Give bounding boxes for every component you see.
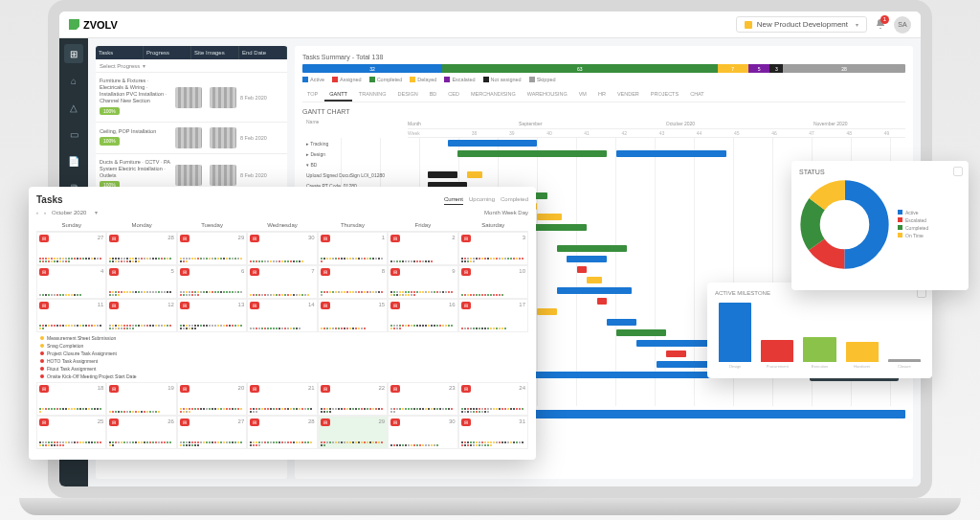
cal-cell[interactable]: 14 — [247, 299, 317, 332]
tab-top[interactable]: TOP — [302, 88, 323, 102]
cal-cell[interactable]: 12 — [106, 299, 176, 332]
cal-tab-upcoming[interactable]: Upcoming — [469, 194, 495, 205]
cal-cell[interactable]: 16 — [388, 299, 457, 332]
expand-icon[interactable] — [953, 167, 963, 176]
tab-warehousing[interactable]: WAREHOUSING — [523, 88, 572, 102]
gantt-bar[interactable] — [587, 277, 602, 283]
tab-vender[interactable]: VENDER — [612, 88, 644, 102]
cal-cell[interactable]: 31 — [458, 416, 528, 449]
tab-ced[interactable]: CED — [443, 88, 464, 102]
cal-cell[interactable]: 13 — [177, 299, 247, 332]
gantt-bar[interactable] — [537, 214, 562, 220]
legend-item: Escalated — [444, 77, 475, 82]
cal-cell[interactable]: 9 — [388, 265, 457, 299]
tab-gantt[interactable]: GANTT — [324, 88, 352, 102]
nav-item-4[interactable]: 📄 — [64, 151, 83, 170]
summary-title: Tasks Summary - Total 138 — [302, 54, 905, 60]
cal-cell[interactable]: 5 — [106, 265, 176, 299]
gantt-bar[interactable] — [577, 266, 587, 273]
cal-cell[interactable]: 21 — [247, 382, 317, 416]
cal-cell[interactable]: 24 — [458, 382, 528, 416]
cal-cell[interactable]: 30 — [388, 416, 457, 449]
tab-projects[interactable]: PROJECTS — [646, 88, 683, 102]
cal-cell[interactable]: 18 — [36, 382, 106, 416]
cal-cell[interactable]: 29 — [318, 416, 388, 449]
cal-cell[interactable]: 15 — [318, 299, 388, 332]
tab-vm[interactable]: VM — [574, 88, 591, 102]
gantt-bar[interactable] — [616, 150, 725, 157]
cal-cell[interactable]: 29 — [177, 232, 247, 265]
cal-tab-completed[interactable]: Completed — [501, 194, 528, 205]
project-selector[interactable]: New Product Development — [736, 16, 867, 33]
gantt-bar[interactable] — [607, 319, 636, 326]
gantt-row: ▸ Design — [302, 148, 905, 159]
cal-cell[interactable]: 3 — [458, 232, 528, 265]
cal-cell[interactable]: 11 — [36, 299, 106, 332]
cal-view-day[interactable]: Day — [518, 210, 528, 215]
cal-cell[interactable]: 30 — [247, 232, 317, 265]
cal-view-month[interactable]: Month — [484, 210, 501, 215]
cal-cell[interactable]: 23 — [388, 382, 457, 416]
thumbnail-icon — [175, 127, 202, 148]
cal-cell[interactable]: 28 — [106, 232, 176, 265]
nav-item-0[interactable]: ⊞ — [64, 44, 83, 63]
cal-cell[interactable]: 26 — [106, 416, 176, 449]
tab-merchandising[interactable]: MERCHANDISING — [466, 88, 521, 102]
gantt-bar[interactable] — [527, 224, 587, 231]
gantt-bar[interactable] — [567, 256, 607, 262]
cal-cell[interactable]: 28 — [247, 416, 317, 449]
task-row[interactable]: Furniture & Fixtures · Electricals & Wir… — [96, 73, 287, 123]
cal-view-week[interactable]: Week — [501, 210, 518, 215]
cal-cell[interactable]: 1 — [318, 232, 388, 265]
bar-item — [761, 340, 793, 362]
cal-cell[interactable]: 8 — [318, 265, 388, 299]
gantt-bar[interactable] — [457, 150, 607, 157]
cal-cell[interactable]: 4 — [36, 265, 106, 299]
gantt-bar[interactable] — [666, 350, 686, 357]
cal-cell[interactable]: 20 — [177, 382, 247, 416]
nav-item-1[interactable]: ⌂ — [64, 71, 83, 90]
event-item[interactable]: Fitout Task Assignment — [40, 365, 524, 373]
cal-badge-icon — [39, 302, 49, 309]
cal-cell[interactable]: 22 — [318, 382, 388, 416]
gantt-bar[interactable] — [597, 298, 607, 305]
gantt-bar[interactable] — [537, 308, 557, 315]
event-item[interactable]: Snag Completion — [40, 342, 524, 350]
chevron-down-icon[interactable] — [92, 209, 98, 215]
cal-tab-current[interactable]: Current — [444, 194, 463, 205]
cal-cell[interactable]: 27 — [36, 232, 106, 265]
gantt-bar[interactable] — [557, 287, 632, 294]
tab-tranning[interactable]: TRANNING — [354, 88, 391, 102]
task-row[interactable]: Ceiling, POP Installation100%8 Feb 2020 — [96, 123, 287, 154]
notifications-button[interactable]: 1 — [875, 18, 886, 32]
event-item[interactable]: Measurement Sheet Submission — [40, 334, 524, 342]
gantt-bar[interactable] — [467, 171, 482, 178]
summary-segment: 63 — [442, 64, 718, 73]
nav-item-3[interactable]: ▭ — [64, 124, 83, 144]
gantt-bar[interactable] — [557, 245, 627, 252]
calendar-next[interactable]: › — [44, 210, 46, 215]
cal-cell[interactable]: 19 — [106, 382, 176, 416]
cal-cell[interactable]: 7 — [247, 265, 317, 299]
cal-badge-icon — [321, 235, 330, 242]
cal-cell[interactable]: 2 — [388, 232, 457, 265]
cal-cell[interactable]: 25 — [36, 416, 106, 449]
gantt-bar[interactable] — [448, 140, 538, 147]
tab-hr[interactable]: HR — [593, 88, 611, 102]
cal-cell[interactable]: 10 — [458, 265, 528, 299]
gantt-bar[interactable] — [428, 171, 457, 178]
tab-bd[interactable]: BD — [425, 88, 442, 102]
progress-filter[interactable]: Select Progress — [96, 59, 287, 73]
gantt-bar[interactable] — [616, 329, 666, 336]
cal-cell[interactable]: 17 — [458, 299, 528, 332]
tab-chat[interactable]: CHAT — [685, 88, 709, 102]
calendar-prev[interactable]: ‹ — [36, 210, 38, 215]
cal-cell[interactable]: 6 — [177, 265, 247, 299]
event-item[interactable]: Onsite Kick-Off Meeting Project Start Da… — [40, 373, 524, 380]
cal-cell[interactable]: 27 — [177, 416, 247, 449]
tab-design[interactable]: DESIGN — [393, 88, 423, 102]
event-item[interactable]: Project Closure Task Assignment — [40, 350, 524, 357]
avatar[interactable]: SA — [894, 16, 911, 34]
nav-item-2[interactable]: △ — [64, 98, 83, 117]
event-item[interactable]: HOTO Task Assignment — [40, 357, 524, 365]
